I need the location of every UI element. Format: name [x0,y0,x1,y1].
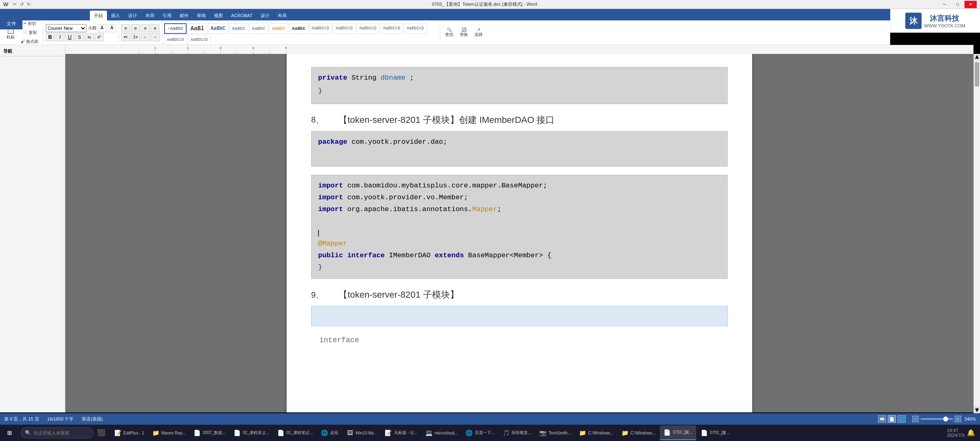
replace-button[interactable]: 🔄 替换 [457,23,470,42]
style-list-para[interactable]: AaBbCcD [188,35,211,45]
taskbar-0703[interactable]: 📄 0703_[案... [660,425,696,440]
justify-button[interactable]: ≡ [151,24,160,32]
style-normal[interactable]: ↑AaBbC [164,23,187,34]
font-size-increase[interactable]: A [108,24,116,32]
taskbar-win10[interactable]: 🖼 Win10.My... [343,425,380,440]
style-emphasis[interactable]: AaBbCcD [309,23,332,34]
taskbar-microcloud[interactable]: 💻 microcloud... [421,425,461,440]
style-no-spacing[interactable]: AaBl [187,23,207,34]
style-heading1[interactable]: AaBbC [208,23,228,34]
private-keyword: private [318,74,347,82]
taskbar-notepad[interactable]: 📝 无标题 - 记... [381,425,421,440]
web-view-button[interactable]: 🌐 [898,415,906,423]
tab-design2[interactable]: 设计 [256,11,274,20]
select-button[interactable]: ↗ 选择 [472,23,485,42]
indent-increase-button[interactable]: → [151,33,160,41]
tab-mailings[interactable]: 邮件 [176,11,193,20]
taskbar-baidu[interactable]: 🌐 百度一下... [462,425,498,440]
taskbar-0701[interactable]: 📄 0701_[案... [697,425,733,440]
taskbar-02-lectures[interactable]: 📄 02_课程讲义... [230,425,273,440]
taskbar-editplus[interactable]: 📝 EditPlus - 1 [110,425,147,440]
taskbar-techsmith[interactable]: 📷 TechSmith... [536,425,575,440]
strikethrough-button[interactable]: S [75,33,84,41]
ribbon-tabs: 文件 开始 插入 设计 布局 引用 邮件 审阅 视图 ACROBAT 设计 布局 [0,9,890,20]
file-tab[interactable]: 文件 [0,18,22,29]
0701-icon: 📄 [700,429,708,437]
tab-home[interactable]: 开始 [90,11,107,20]
tab-review[interactable]: 审阅 [193,11,210,20]
close-button[interactable]: ✕ [964,1,977,8]
italic-button[interactable]: I [56,33,65,41]
nav-title: 导航 [2,47,63,56]
interface-declaration: public interface IMemberDAO extends Base… [318,250,721,262]
bullet-list-button[interactable]: •≡ [121,33,130,41]
font-size-decrease[interactable]: A [98,24,106,32]
subscript-button[interactable]: x₂ [85,33,94,41]
taskbar-explorer1[interactable]: 📁 C:\Windows... [575,425,617,440]
align-right-button[interactable]: ≡ [141,24,150,32]
find-button[interactable]: 🔍 查找 [443,23,456,42]
tab-layout2[interactable]: 布局 [274,11,291,20]
tab-references[interactable]: 引用 [158,11,176,20]
partial-text-bottom: interface [311,336,728,344]
style-intense-ref[interactable]: AaBbCcD [404,23,427,34]
tab-insert[interactable]: 插入 [107,11,124,20]
scroll-down-button[interactable]: ▼ [974,407,980,413]
scroll-up-button[interactable]: ▲ [974,54,980,60]
replace-icon: 🔄 [461,27,466,32]
dbname-identifier: dbname [381,74,405,82]
style-quote[interactable]: AaBbCcD [333,23,356,34]
navigation-panel: 导航 [0,45,65,412]
style-book-title[interactable]: AaBbCcD [164,35,187,45]
section-9-number: 9、 [311,290,324,301]
scroll-thumb[interactable] [975,62,979,87]
zoom-in-button[interactable]: + [955,416,961,422]
maximize-button[interactable]: □ [951,1,964,8]
page-view-button[interactable]: 📄 [888,415,896,423]
taskbar-0207[interactable]: 📄 0207_数据... [190,425,229,440]
align-left-button[interactable]: ≡ [121,24,130,32]
copy-button[interactable]: 📄 复制 [19,29,40,37]
font-selector[interactable]: Courier New [46,24,87,32]
superscript-button[interactable]: x² [95,33,104,41]
underline-button[interactable]: U [65,33,74,41]
notification-icon[interactable]: 🔔 [967,429,975,437]
format-painter-button[interactable]: 🖌 格式刷 [19,38,40,46]
taskbar-baidu-label: 百度一下... [475,430,494,436]
taskbar-microcloud-label: microcloud... [434,431,458,435]
style-strong[interactable]: AaBbC [289,23,308,34]
taskbar-bing[interactable]: 🌐 必应 [317,425,342,440]
title-bar: W ✂ ↺ ↻ 0703_【案例】Token认证服务.doc [兼容模式] - … [0,0,980,9]
tab-view[interactable]: 视图 [210,11,227,20]
string-keyword: String [352,74,381,82]
style-subtle-ref[interactable]: AaBbCcD [380,23,403,34]
taskbar-music[interactable]: 🎵 听听喔直... [499,425,535,440]
taskbar-maven[interactable]: 📁 Maven Rep... [148,425,189,440]
style-title[interactable]: AaBbC [249,23,268,34]
space-2: IMemberDAO [389,252,434,259]
style-heading2[interactable]: AaBbC [229,23,248,34]
style-subtitle[interactable]: AaBbC [269,23,288,34]
read-view-button[interactable]: 📖 [878,415,886,423]
code-block-section9 [311,306,728,326]
tab-layout[interactable]: 布局 [141,11,158,20]
minimize-button[interactable]: ─ [938,1,951,8]
scrollbar-vertical[interactable]: ▲ ▼ [973,54,980,413]
tab-acrobat[interactable]: ACROBAT [227,11,256,20]
taskbar-search[interactable]: 🔍 在这里输入来搜索 [20,427,94,439]
align-center-button[interactable]: ≡ [131,24,140,32]
extends-keyword: extends [435,252,464,259]
maven-icon: 📁 [151,429,160,437]
taskbar-explorer2[interactable]: 📁 C:\Windows... [617,425,659,440]
bold-button[interactable]: B [46,33,55,41]
zoom-track[interactable] [920,418,953,420]
task-view-button[interactable]: ⬛ [95,425,108,440]
numbered-list-button[interactable]: 1≡ [131,33,140,41]
tab-design[interactable]: 设计 [124,11,141,20]
editing-group: 🔍 查找 🔄 替换 ↗ 选择 [440,22,488,44]
style-intenseq[interactable]: AaBbCcD [356,23,379,34]
start-button[interactable]: ⊞ [2,425,18,440]
taskbar-01-notes[interactable]: 📄 01_课程笔记... [274,425,316,440]
zoom-out-button[interactable]: − [912,416,919,422]
indent-decrease-button[interactable]: ← [141,33,150,41]
